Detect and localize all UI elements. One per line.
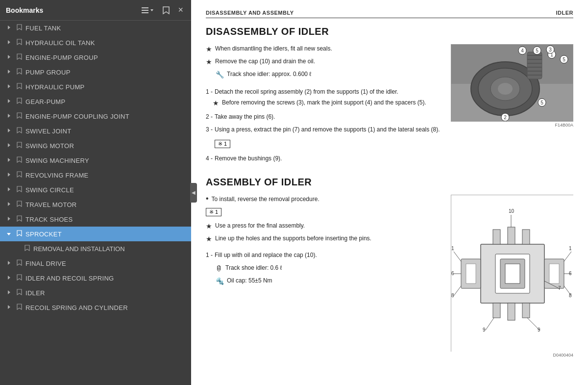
num-item-1: 1 - Detach the recoil spring assembly (2…: [206, 87, 441, 108]
svg-text:1: 1: [569, 246, 572, 251]
svg-text:10: 10: [509, 208, 514, 214]
sidebar-item-label: ENGINE-PUMP COUPLING JOINT: [25, 113, 129, 120]
num-3-label: 3 -: [206, 125, 213, 134]
sidebar-item-label: IDLER AND RECOIL SPRING: [25, 275, 114, 282]
chevron-icon: [5, 113, 13, 119]
sidebar-item-engine-pump-coupling-joint[interactable]: ENGINE-PUMP COUPLING JOINT: [0, 109, 191, 124]
svg-text:3: 3: [549, 47, 552, 52]
sidebar-item-gear-pump[interactable]: GEAR-PUMP: [0, 94, 191, 109]
sidebar-item-idler[interactable]: IDLER: [0, 285, 191, 300]
sidebar-header-icons: ×: [139, 4, 185, 16]
doc-header-right: IDLER: [556, 10, 574, 16]
assembly-bullet-1-text: To install, reverse the removal procedur…: [212, 195, 319, 204]
sidebar-close-button[interactable]: ×: [176, 4, 185, 16]
close-icon: ×: [178, 5, 183, 15]
torque-icon: 🔩: [216, 276, 224, 286]
idler-photo: 1 5 4 5 3 2 5: [451, 44, 573, 122]
bullet-dot: •: [206, 195, 209, 203]
sidebar-item-travel-motor[interactable]: TRAVEL MOTOR: [0, 197, 191, 212]
sidebar-item-revolving-frame[interactable]: REVOLVING FRAME: [0, 168, 191, 182]
svg-text:2: 2: [504, 115, 507, 120]
chevron-icon: [5, 157, 13, 163]
bookmark-icon: [16, 156, 23, 164]
sidebar-item-final-drive[interactable]: FINAL DRIVE: [0, 256, 191, 271]
num-4-label: 4 -: [206, 154, 213, 163]
svg-rect-54: [505, 264, 520, 283]
svg-marker-19: [8, 261, 10, 265]
sidebar-item-swing-circle[interactable]: SWING CIRCLE: [0, 182, 191, 197]
bookmark-icon: [16, 201, 23, 208]
svg-marker-21: [8, 290, 10, 294]
sidebar-item-swivel-joint[interactable]: SWIVEL JOINT: [0, 124, 191, 138]
diagram-caption: D0400404: [451, 353, 573, 358]
sidebar-item-label: GEAR-PUMP: [25, 98, 65, 105]
sidebar-item-label: FINAL DRIVE: [25, 260, 66, 267]
svg-text:4: 4: [521, 48, 524, 53]
sidebar-item-label: ENGINE-PUMP GROUP: [25, 54, 98, 61]
sidebar-item-label: FUEL TANK: [25, 25, 61, 32]
svg-text:6: 6: [451, 271, 454, 276]
svg-rect-61: [522, 230, 530, 244]
sidebar-collapse-handle[interactable]: ◀: [190, 183, 197, 203]
sidebar-item-hydraulic-pump[interactable]: HYDRAULIC PUMP: [0, 79, 191, 94]
sidebar-item-label: HYDRAULIC OIL TANK: [25, 39, 95, 47]
oil-cap-torque: 🔩 Oil cap: 55±5 Nm: [216, 276, 441, 286]
svg-marker-7: [8, 70, 10, 74]
chevron-icon: [5, 99, 13, 104]
svg-marker-14: [8, 173, 10, 177]
chevron-down-icon: [149, 8, 154, 13]
svg-point-28: [498, 83, 513, 95]
sidebar-item-swing-machinery[interactable]: SWING MACHINERY: [0, 153, 191, 168]
sidebar-item-swing-motor[interactable]: SWING MOTOR: [0, 138, 191, 153]
bookmark-icon: [16, 98, 23, 105]
bookmark-icon: [24, 245, 30, 253]
sidebar-item-track-shoes[interactable]: TRACK SHOES: [0, 212, 191, 227]
photo-caption: F14B00A: [451, 123, 573, 128]
star-icon-2: ★: [206, 57, 212, 67]
num-2-text: Take away the pins (6).: [215, 112, 275, 121]
svg-marker-12: [8, 143, 10, 147]
svg-marker-18: [7, 233, 11, 235]
sidebar-item-label: HYDRAULIC PUMP: [25, 83, 85, 91]
svg-rect-2: [142, 12, 148, 13]
sidebar-item-label: SPROCKET: [25, 231, 62, 238]
svg-text:5: 5: [563, 57, 565, 62]
chevron-icon: [5, 143, 13, 149]
num-4-text: Remove the bushings (9).: [215, 154, 282, 163]
svg-text:1: 1: [451, 246, 454, 251]
sidebar-item-label: SWIVEL JOINT: [25, 128, 71, 135]
svg-text:7: 7: [558, 285, 561, 291]
num-1-sub: ★ Before removing the screws (3), mark t…: [213, 98, 441, 108]
main-content: DISASSEMBLY AND ASSEMBLY IDLER DISASSEMB…: [191, 0, 588, 385]
num-3-text: Using a press, extract the pin (7) and r…: [215, 125, 440, 134]
bookmark-icon: [16, 171, 23, 179]
assembly-text: • To install, reverse the removal proced…: [206, 195, 441, 358]
num-1-sub-text: Before removing the screws (3), mark the…: [222, 98, 426, 107]
sidebar-item-fuel-tank[interactable]: FUEL TANK: [0, 21, 191, 35]
bullet-seals-text: When dismantling the idlers, fit all new…: [215, 44, 332, 53]
collapse-arrow-icon: ◀: [192, 190, 196, 195]
chevron-icon: [5, 216, 13, 222]
sidebar-item-recoil-spring-cylinder[interactable]: RECOIL SPRING AND CYLINDER: [0, 300, 191, 315]
disassembly-section: ★ When dismantling the idlers, fit all n…: [206, 44, 573, 167]
assembly-num-1: 1 - Fill up with oil and replace the cap…: [206, 251, 441, 259]
bullet-cap: ★ Remove the cap (10) and drain the oil.: [206, 57, 441, 67]
sidebar-item-hydraulic-oil-tank[interactable]: HYDRAULIC OIL TANK: [0, 35, 191, 50]
sidebar-item-sprocket[interactable]: SPROCKET: [0, 227, 191, 241]
svg-rect-56: [466, 264, 476, 283]
assembly-bullet-3: ★ Line up the holes and the supports bef…: [206, 234, 441, 244]
sidebar-subitem-removal-installation[interactable]: REMOVAL AND INSTALLATION: [0, 241, 191, 256]
oil-can-icon: 🛢: [216, 263, 222, 274]
bookmark-icon: [16, 215, 23, 223]
sidebar-bookmark-view-button[interactable]: [160, 5, 172, 16]
svg-marker-13: [8, 158, 10, 162]
bullet-cap-text: Remove the cap (10) and drain the oil.: [215, 57, 315, 66]
sidebar-item-idler-recoil-spring[interactable]: IDLER AND RECOIL SPRING: [0, 271, 191, 285]
num-1-text: Detach the recoil spring assembly (2) fr…: [215, 87, 398, 96]
sidebar-item-label: REVOLVING FRAME: [25, 172, 89, 179]
sidebar-list-view-button[interactable]: [139, 5, 156, 16]
svg-marker-9: [8, 99, 10, 103]
star-icon: ★: [206, 44, 212, 54]
sidebar-item-engine-pump-group[interactable]: ENGINE-PUMP GROUP: [0, 50, 191, 65]
sidebar-item-pump-group[interactable]: PUMP GROUP: [0, 65, 191, 79]
